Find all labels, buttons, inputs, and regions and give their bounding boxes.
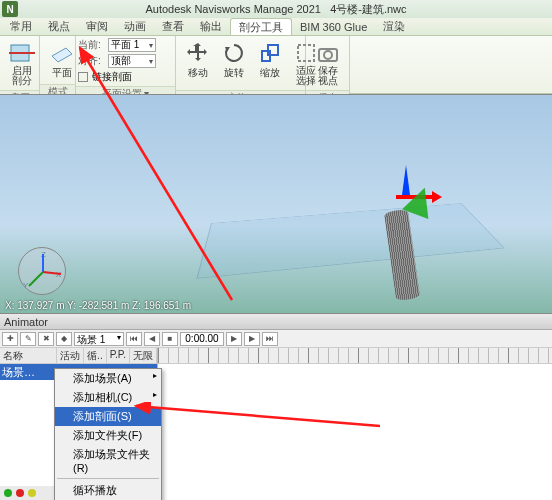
tab-viewpoint[interactable]: 视点 bbox=[40, 18, 78, 35]
app-title: Autodesk Navisworks Manage 2021 bbox=[145, 3, 320, 15]
menu-add-folder[interactable]: 添加文件夹(F) bbox=[55, 426, 161, 445]
menu-add-section[interactable]: 添加剖面(S) bbox=[55, 407, 161, 426]
status-dot-yellow-icon bbox=[28, 489, 36, 497]
svg-line-10 bbox=[43, 272, 61, 274]
link-section-checkbox[interactable] bbox=[78, 72, 88, 82]
col-pp: P.P. bbox=[107, 348, 130, 363]
anim-del-button[interactable]: ✖ bbox=[38, 332, 54, 346]
move-button[interactable]: 移动 bbox=[180, 38, 216, 82]
scale-icon bbox=[256, 40, 284, 66]
anim-add-button[interactable]: ✚ bbox=[2, 332, 18, 346]
tab-render[interactable]: 渲染 bbox=[375, 18, 413, 35]
current-plane-combo[interactable]: 平面 1 bbox=[108, 38, 156, 52]
title-bar: N Autodesk Navisworks Manage 2021 4号楼-建筑… bbox=[0, 0, 552, 18]
axis-gizmo[interactable] bbox=[396, 195, 434, 199]
status-dot-green-icon bbox=[4, 489, 12, 497]
step-fwd-button[interactable]: ▶ bbox=[244, 332, 260, 346]
menu-loop[interactable]: 循环播放 bbox=[55, 481, 161, 500]
tree-row-label: 场景… bbox=[2, 365, 35, 380]
scene-select[interactable]: 场景 1 bbox=[74, 332, 124, 346]
timeline-ruler[interactable] bbox=[158, 348, 552, 364]
tab-bim360[interactable]: BIM 360 Glue bbox=[292, 18, 375, 35]
tab-review[interactable]: 审阅 bbox=[78, 18, 116, 35]
app-logo-icon: N bbox=[2, 1, 18, 17]
menu-add-camera[interactable]: 添加相机(C) bbox=[55, 388, 161, 407]
tab-section-tools[interactable]: 剖分工具 bbox=[230, 18, 292, 35]
tab-view[interactable]: 查看 bbox=[154, 18, 192, 35]
anim-prop-button[interactable]: ✎ bbox=[20, 332, 36, 346]
link-section-label: 链接剖面 bbox=[92, 70, 132, 84]
plane-mode-button[interactable]: 平面 bbox=[44, 38, 80, 82]
camera-save-icon bbox=[314, 40, 342, 66]
svg-point-8 bbox=[324, 51, 332, 59]
context-menu: 添加场景(A) 添加相机(C) 添加剖面(S) 添加文件夹(F) 添加场景文件夹… bbox=[54, 368, 162, 500]
move-icon bbox=[184, 40, 212, 66]
status-dot-red-icon bbox=[16, 489, 24, 497]
tab-animation[interactable]: 动画 bbox=[116, 18, 154, 35]
rewind-button[interactable]: ⏮ bbox=[126, 332, 142, 346]
time-display[interactable]: 0:00.00 bbox=[180, 332, 224, 346]
svg-marker-2 bbox=[52, 48, 72, 62]
col-loop: 循.. bbox=[84, 348, 107, 363]
step-back-button[interactable]: ◀ bbox=[144, 332, 160, 346]
col-inf: 无限 bbox=[130, 348, 157, 363]
tab-output[interactable]: 输出 bbox=[192, 18, 230, 35]
fast-fwd-button[interactable]: ⏭ bbox=[262, 332, 278, 346]
viewport-3d[interactable]: Z X Y X: 137.927 m Y: -282.581 m Z: 196.… bbox=[0, 94, 552, 314]
svg-line-11 bbox=[29, 272, 43, 286]
save-viewpoint-button[interactable]: 保存 视点 bbox=[310, 38, 346, 88]
menu-separator bbox=[57, 478, 159, 479]
anim-key-button[interactable]: ◆ bbox=[56, 332, 72, 346]
section-icon bbox=[8, 40, 36, 66]
rotate-button[interactable]: 旋转 bbox=[216, 38, 252, 82]
animator-panel-title: Animator bbox=[0, 314, 552, 330]
current-plane-label: 当前: bbox=[78, 38, 106, 52]
col-name: 名称 bbox=[0, 348, 57, 363]
menu-add-scene-folder[interactable]: 添加场景文件夹(R) bbox=[55, 445, 161, 476]
plane-icon bbox=[48, 40, 76, 66]
align-label: 对齐: bbox=[78, 54, 106, 68]
col-active: 活动 bbox=[57, 348, 84, 363]
play-button[interactable]: ▶ bbox=[226, 332, 242, 346]
align-combo[interactable]: 顶部 bbox=[108, 54, 156, 68]
rotate-icon bbox=[220, 40, 248, 66]
cursor-coordinates: X: 137.927 m Y: -282.581 m Z: 196.651 m bbox=[5, 300, 191, 311]
scale-button[interactable]: 缩放 bbox=[252, 38, 288, 82]
section-plane bbox=[196, 203, 505, 278]
tab-home[interactable]: 常用 bbox=[2, 18, 40, 35]
model bbox=[120, 135, 522, 273]
stop-button[interactable]: ■ bbox=[162, 332, 178, 346]
ribbon-tabs: 常用 视点 审阅 动画 查看 输出 剖分工具 BIM 360 Glue 渲染 bbox=[0, 18, 552, 36]
tree-header: 名称 活动 循.. P.P. 无限 bbox=[0, 348, 157, 364]
animator-toolbar: ✚ ✎ ✖ ◆ 场景 1 ⏮ ◀ ■ 0:00.00 ▶ ▶ ⏭ bbox=[0, 330, 552, 348]
timeline[interactable] bbox=[158, 348, 552, 500]
doc-title: 4号楼-建筑.nwc bbox=[330, 2, 406, 17]
axis-z-icon bbox=[402, 165, 410, 195]
enable-section-button[interactable]: 启用 剖分 bbox=[4, 38, 40, 88]
view-compass[interactable]: Z X Y bbox=[18, 247, 66, 295]
menu-add-scene[interactable]: 添加场景(A) bbox=[55, 369, 161, 388]
ribbon: 启用 剖分 启用 平面 模式 当前: 平面 1 对齐: 顶部 链接剖面 bbox=[0, 36, 552, 94]
